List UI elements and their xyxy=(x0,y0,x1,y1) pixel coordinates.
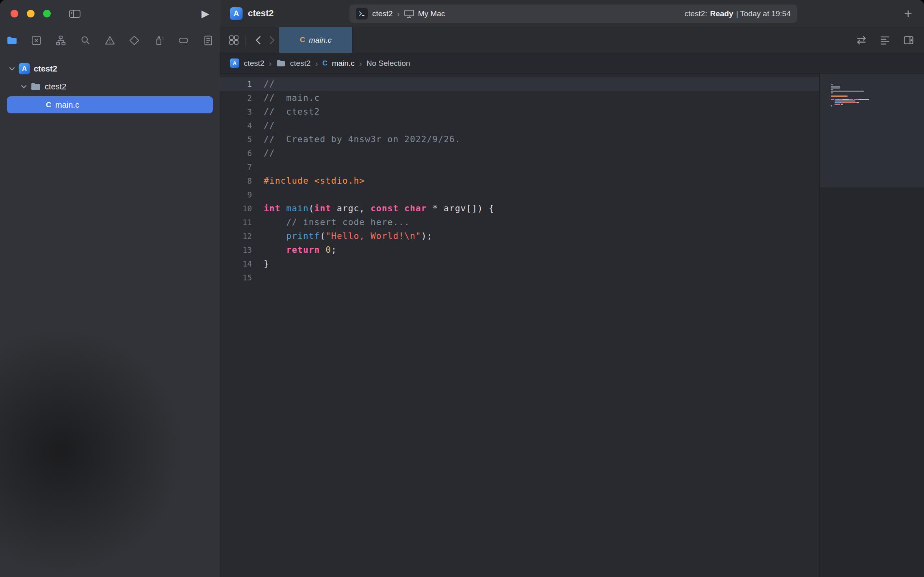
code-line[interactable]: 12 printf("Hello, World!\n"); xyxy=(220,229,819,243)
code-editor[interactable]: 1//2// main.c3// ctest24//5// Created by… xyxy=(220,74,819,577)
chevron-down-icon[interactable] xyxy=(9,67,15,71)
xcode-project-icon: A xyxy=(19,63,30,74)
code-token: main xyxy=(286,204,308,213)
go-back-button[interactable] xyxy=(251,36,265,45)
window-title: ctest2 xyxy=(248,8,274,19)
c-file-icon: C xyxy=(46,101,51,109)
c-file-icon: C xyxy=(300,36,305,44)
code-line[interactable]: 10int main(int argc, const char * argv[]… xyxy=(220,202,819,215)
code-line[interactable]: 7 xyxy=(220,160,819,174)
c-file-icon: C xyxy=(322,59,327,67)
destination-menu[interactable]: My Mac xyxy=(418,9,445,18)
capsule-icon xyxy=(178,35,189,46)
editor-options xyxy=(856,27,924,53)
breadcrumb-project[interactable]: ctest2 xyxy=(244,59,265,68)
tree-item-file-selected[interactable]: C main.c xyxy=(7,96,213,113)
scheme-menu[interactable]: ctest2 xyxy=(372,9,393,18)
breadcrumb-file[interactable]: main.c xyxy=(332,59,355,68)
code-token xyxy=(264,217,286,227)
navigator-issues-tab[interactable] xyxy=(104,34,116,46)
spray-icon xyxy=(154,35,165,46)
code-token: #include <stdio.h> xyxy=(264,176,365,186)
go-forward-button[interactable] xyxy=(265,36,279,45)
navigator-reports-tab[interactable] xyxy=(202,34,214,46)
code-line[interactable]: 2// main.c xyxy=(220,91,819,105)
code-line[interactable]: 15 xyxy=(220,271,819,284)
code-line[interactable]: 11 // insert code here... xyxy=(220,215,819,229)
code-text: // main.c xyxy=(252,93,320,103)
add-editor-button[interactable] xyxy=(903,35,914,46)
code-token xyxy=(264,231,286,241)
minimap[interactable] xyxy=(819,74,924,577)
chevron-right-icon: › xyxy=(315,59,318,68)
adjust-editor-options-button[interactable] xyxy=(879,35,891,46)
code-text: // xyxy=(252,148,275,158)
diamond-icon xyxy=(129,35,140,46)
line-number: 14 xyxy=(220,259,252,268)
close-button[interactable] xyxy=(11,10,18,17)
toggle-sidebar-button[interactable] xyxy=(69,9,81,19)
minimap-line xyxy=(831,84,869,85)
navigator-breakpoints-tab[interactable] xyxy=(178,34,190,46)
line-number: 7 xyxy=(220,163,252,171)
code-token xyxy=(320,245,325,255)
code-token: int xyxy=(264,204,281,213)
code-line[interactable]: 4// xyxy=(220,119,819,132)
tree-item-group[interactable]: ctest2 xyxy=(0,78,220,95)
swap-arrows-icon xyxy=(856,35,867,46)
code-line[interactable]: 5// Created by 4nsw3r on 2022/9/26. xyxy=(220,132,819,146)
tab-bar: C main.c xyxy=(220,27,924,53)
navigator-tests-tab[interactable] xyxy=(128,34,141,46)
navigator-symbols-tab[interactable] xyxy=(55,34,67,46)
zoom-button[interactable] xyxy=(43,10,51,17)
tree-item-label: ctest2 xyxy=(45,82,66,91)
code-token: argc, xyxy=(331,204,371,213)
code-text: // xyxy=(252,121,275,130)
chevron-down-icon[interactable] xyxy=(21,85,27,89)
code-line[interactable]: 13 return 0; xyxy=(220,243,819,257)
run-button[interactable]: ▶ xyxy=(202,9,209,19)
line-number: 15 xyxy=(220,273,252,282)
minimap-line xyxy=(831,104,869,105)
navigator-debug-tab[interactable] xyxy=(153,34,165,46)
code-token: printf xyxy=(286,231,320,241)
line-number: 3 xyxy=(220,107,252,116)
code-line[interactable]: 1// xyxy=(220,77,819,91)
tab-label: main.c xyxy=(309,36,332,45)
code-text: // xyxy=(252,79,275,89)
code-token: // main.c xyxy=(264,93,320,103)
line-number: 5 xyxy=(220,135,252,144)
add-button[interactable]: + xyxy=(902,7,914,20)
breadcrumb-selection[interactable]: No Selection xyxy=(367,59,410,68)
minimap-line xyxy=(831,87,869,89)
line-number: 6 xyxy=(220,149,252,158)
code-line[interactable]: 6// xyxy=(220,146,819,160)
breadcrumb-group[interactable]: ctest2 xyxy=(290,59,311,68)
sidebar-toggle-icon xyxy=(69,9,81,19)
code-token: // insert code here... xyxy=(286,217,410,227)
navigator-bar xyxy=(0,27,220,53)
tab-main-c[interactable]: C main.c xyxy=(279,27,353,53)
tab-overview-button[interactable] xyxy=(228,35,239,46)
navigator-project-tab[interactable] xyxy=(6,34,18,46)
status-time: | Today at 19:54 xyxy=(736,9,791,18)
code-lines: 1//2// main.c3// ctest24//5// Created by… xyxy=(220,77,819,284)
code-line[interactable]: 8#include <stdio.h> xyxy=(220,174,819,188)
code-token: * argv[]) { xyxy=(427,204,494,213)
code-line[interactable]: 3// ctest2 xyxy=(220,105,819,119)
navigator-sidebar: ▶ xyxy=(0,0,220,577)
minimize-button[interactable] xyxy=(27,10,35,17)
project-tree: A ctest2 ctest2 C main.c xyxy=(0,53,220,113)
line-number: 1 xyxy=(220,80,252,89)
status-project: ctest2: xyxy=(684,9,707,18)
code-line[interactable]: 9 xyxy=(220,188,819,202)
code-text: // Created by 4nsw3r on 2022/9/26. xyxy=(252,134,461,144)
navigator-find-tab[interactable] xyxy=(79,34,91,46)
status-state: Ready xyxy=(710,9,733,18)
tree-item-project[interactable]: A ctest2 xyxy=(0,60,220,78)
navigator-source-control-tab[interactable] xyxy=(30,34,42,46)
code-review-button[interactable] xyxy=(856,35,867,46)
folder-icon xyxy=(276,59,286,68)
code-line[interactable]: 14} xyxy=(220,257,819,271)
minimap-line xyxy=(831,86,869,87)
